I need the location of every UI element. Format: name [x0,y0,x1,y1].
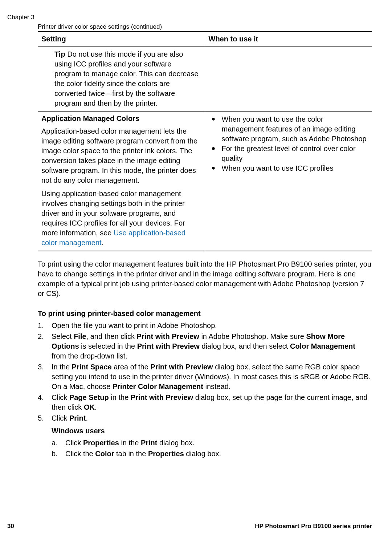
subheading: To print using printer-based color manag… [38,309,372,319]
win-step-a: Click Properties in the Print dialog box… [52,438,372,448]
body-text: To print using the color management feat… [38,259,372,459]
s4d: . [95,403,97,411]
step-2: Select File, and then click Print with P… [38,332,372,361]
when-bullets: When you want to use the color managemen… [209,114,368,173]
s2f: from the drop-down list. [52,352,127,360]
bullet-3: When you want to use ICC profiles [209,163,368,173]
s3-pwp: Print with Preview [150,363,213,371]
row1-setting-cell: Tip Do not use this mode if you are also… [38,46,205,112]
s2-cm: Color Management [290,342,355,350]
wa1: Click [65,439,83,447]
tip-text: Do not use this mode if you are also usi… [54,50,199,107]
s2d: is selected in the [79,342,137,350]
bullet-2: For the greatest level of control over c… [209,144,368,163]
header-when: When to use it [205,32,372,46]
settings-table: Setting When to use it Tip Do not use th… [38,31,372,251]
wa-prop: Properties [83,439,119,447]
s3-ps: Print Space [72,363,112,371]
wb-color: Color [95,450,114,458]
windows-steps: Click Properties in the Print dialog box… [38,438,372,459]
tip-label: Tip [54,50,65,58]
step-5: Click Print. [38,413,372,423]
wb3: dialog box. [184,450,221,458]
win-step-b: Click the Color tab in the Properties di… [52,449,372,459]
step-1: Open the file you want to print in Adobe… [38,321,372,331]
s4-psu: Page Setup [69,393,109,401]
row2-when-cell: When you want to use the color managemen… [205,112,372,251]
wa3: dialog box. [157,439,194,447]
s2-file: File [74,332,86,340]
s3d: instead. [203,382,231,390]
wb1: Click the [65,450,95,458]
s3b: area of the [112,363,151,371]
product-name: HP Photosmart Pro B9100 series printer [255,523,372,530]
wb2: tab in the [114,450,148,458]
s2a: Select [52,332,74,340]
windows-users-heading: Windows users [38,426,372,436]
chapter-label: Chapter 3 [7,14,372,21]
s2-pwp2: Print with Preview [137,342,200,350]
table-caption: Printer driver color space settings (con… [38,23,372,31]
row2-setting-cell: Application Managed Colors Application-b… [38,112,205,251]
s5-print: Print [69,414,86,422]
row1-when-cell [205,46,372,112]
s2e: dialog box, and then select [200,342,290,350]
s4b: in the [109,393,131,401]
s2-pwp: Print with Preview [137,332,199,340]
s4-ok: OK [84,403,95,411]
app-managed-heading: Application Managed Colors [41,114,200,123]
wb-prop: Properties [148,450,184,458]
s3-pcm: Printer Color Management [113,382,203,390]
s4-pwp: Print with Preview [131,393,193,401]
tip-block: Tip Do not use this mode if you are also… [41,49,200,108]
main-para: To print using the color management feat… [38,259,372,299]
steps-list: Open the file you want to print in Adobe… [38,321,372,423]
s2c: in Adobe Photoshop. Make sure [199,332,306,340]
wa-print: Print [141,439,158,447]
footer: 30 HP Photosmart Pro B9100 series printe… [7,523,372,530]
app-managed-para1: Application-based color management lets … [41,126,200,185]
header-setting: Setting [38,32,205,46]
s2b: , and then click [86,332,137,340]
step-4: Click Page Setup in the Print with Previ… [38,393,372,412]
app-managed-para2: Using application-based color management… [41,189,200,248]
para2b: . [102,239,104,247]
page-number: 30 [7,523,14,530]
bullet-1: When you want to use the color managemen… [209,114,368,144]
wa2: in the [119,439,141,447]
step-3: In the Print Space area of the Print wit… [38,362,372,392]
s4a: Click [52,393,69,401]
s3a: In the [52,363,72,371]
s5b: . [86,414,88,422]
s5a: Click [52,414,69,422]
